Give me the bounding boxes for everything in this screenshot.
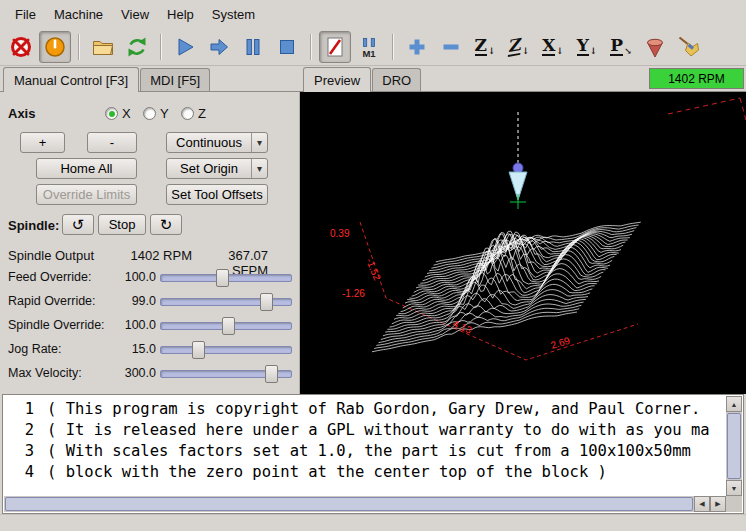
home-all-button[interactable]: Home All [36,158,137,179]
side-view-y-icon: Y↓ [577,37,598,56]
rapid-override-slider[interactable] [160,293,292,311]
rotate-cone-icon [642,34,668,60]
reload-file-button[interactable] [121,31,153,63]
line-number: 3 [4,441,34,462]
gcode-line[interactable]: 4( block with the zero point at the cent… [4,462,726,483]
view-top-button[interactable]: Z↓ [469,31,501,63]
machine-power-icon [42,34,68,60]
run-button[interactable] [169,31,201,63]
spindle-reverse-icon: ↺ [72,216,85,234]
menu-help[interactable]: Help [158,2,203,27]
slider-thumb[interactable] [222,317,235,335]
skip-lines-slash-icon [322,34,348,60]
clear-plot-button[interactable] [673,31,705,63]
jog-minus-button[interactable]: - [87,132,137,153]
stop-button[interactable] [271,31,303,63]
svg-text:-1.52: -1.52 [364,257,383,283]
preview-area[interactable]: 0.39-1.52-1.264.132.69 [300,92,746,394]
gcode-horizontal-scrollbar[interactable]: ◀ ▶ [4,496,726,512]
axis-label: Axis [8,106,35,121]
slider-value: 99.0 [104,294,156,308]
set-origin-select[interactable]: Set Origin [166,158,268,179]
toolbar-separator [160,34,162,60]
slider-label: Jog Rate: [8,342,62,356]
origin-cross-icon [510,194,526,209]
zoom-out-icon [438,34,464,60]
reload-icon [124,34,150,60]
line-text: ( block with the zero point at the cente… [47,462,607,483]
perspective-view-p-icon: P↘ [610,37,631,56]
chevron-down-icon [251,133,267,152]
spindle-override-slider[interactable] [160,317,292,335]
line-text: ( This program is copyright of Rab Gordo… [47,399,700,420]
scroll-right-arrow[interactable]: ▶ [710,496,726,512]
jog-plus-button[interactable]: + [20,132,65,153]
gcode-line[interactable]: 2( It is released here under a GPL witho… [4,420,726,441]
radio-button-icon[interactable] [143,107,156,120]
pause-icon [240,34,266,60]
optional-pause-button[interactable]: M1 [353,31,385,63]
open-file-button[interactable] [87,31,119,63]
jog-mode-select[interactable]: Continuous [166,132,268,153]
scroll-down-arrow[interactable]: ▼ [726,480,742,496]
view-rotated-top-button[interactable]: Z↓ [503,31,535,63]
estop-button[interactable] [5,31,37,63]
jog-rate-slider[interactable] [160,341,292,359]
tab-mdi[interactable]: MDI [F5] [140,68,210,91]
tab-dro[interactable]: DRO [372,68,421,91]
feed-override-slider[interactable] [160,269,292,287]
view-side-button[interactable]: Y↓ [571,31,603,63]
slider-track[interactable] [160,346,292,354]
zoom-in-button[interactable] [401,31,433,63]
line-text: ( With scales factors set at 1.0, the pa… [47,441,691,462]
slider-value: 300.0 [104,366,156,380]
slider-thumb[interactable] [192,341,205,359]
preview-canvas[interactable]: 0.39-1.52-1.264.132.69 [300,92,746,394]
run-icon [172,34,198,60]
tab-manual-control[interactable]: Manual Control [F3] [3,67,139,92]
set-tool-offsets-button[interactable]: Set Tool Offsets [166,184,268,205]
gcode-line[interactable]: 3( With scales factors set at 1.0, the p… [4,441,726,462]
menu-view[interactable]: View [112,2,158,27]
rapid-override-row: Rapid Override: 99.0 [0,292,300,312]
spindle-label: Spindle: [8,218,59,233]
spindle-reverse-button[interactable]: ↺ [62,214,94,235]
menu-system[interactable]: System [203,2,264,27]
slider-thumb[interactable] [265,365,278,383]
axis-radio-x[interactable]: X [105,106,131,121]
gcode-vertical-scrollbar[interactable]: ▲ ▼ [726,396,742,496]
slider-thumb[interactable] [216,269,229,287]
axis-radio-y[interactable]: Y [143,106,169,121]
spindle-forward-button[interactable]: ↻ [150,214,182,235]
slider-label: Spindle Override: [8,318,105,332]
max-velocity-slider[interactable] [160,365,292,383]
zoom-out-button[interactable] [435,31,467,63]
spindle-stop-button[interactable]: Stop [98,214,146,235]
override-limits-button[interactable]: Override Limits [36,184,137,205]
machine-power-button[interactable] [39,31,71,63]
vertical-scroll-thumb[interactable] [727,413,741,479]
rotate-mode-button[interactable] [639,31,671,63]
horizontal-scroll-thumb[interactable] [5,497,693,511]
view-front-button[interactable]: X↓ [537,31,569,63]
scroll-up-arrow[interactable]: ▲ [726,396,742,412]
step-button[interactable] [203,31,235,63]
pause-button[interactable] [237,31,269,63]
gcode-panel: 1( This program is copyright of Rab Gord… [2,394,744,514]
open-folder-icon [90,34,116,60]
gcode-line[interactable]: 1( This program is copyright of Rab Gord… [4,399,726,420]
radio-button-icon[interactable] [181,107,194,120]
radio-button-icon[interactable] [105,107,118,120]
tab-preview[interactable]: Preview [303,67,371,92]
axis-radio-z[interactable]: Z [181,106,206,121]
menu-file[interactable]: File [6,2,45,27]
scroll-left-arrow[interactable]: ◀ [694,496,710,512]
view-perspective-button[interactable]: P↘ [605,31,637,63]
svg-text:4.13: 4.13 [451,318,474,336]
slider-thumb[interactable] [260,293,273,311]
menu-machine[interactable]: Machine [45,2,112,27]
skip-lines-button[interactable] [319,31,351,63]
axis-option-label: Y [160,106,169,121]
gcode-text: 1( This program is copyright of Rab Gord… [4,396,726,496]
axis-row: Axis X Y Z [0,106,299,122]
